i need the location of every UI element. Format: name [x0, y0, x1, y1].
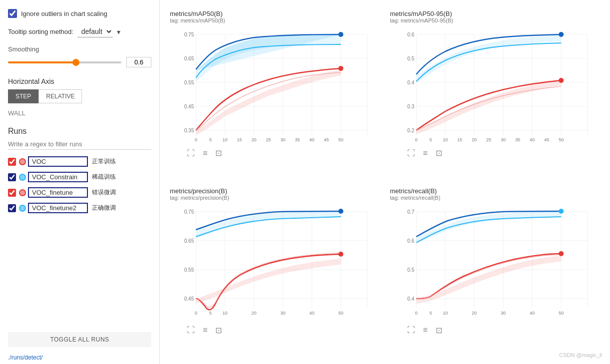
run-checkbox-voc-finetune[interactable]	[8, 189, 16, 197]
svg-text:10: 10	[222, 137, 227, 142]
svg-text:0.3: 0.3	[407, 104, 414, 109]
run-color-dot-voc-finetune	[19, 189, 26, 196]
chart-actions-map50: ⛶ ≡ ⊡	[170, 147, 380, 159]
svg-point-29	[338, 66, 343, 71]
tooltip-dropdown-icon: ▾	[117, 28, 120, 36]
wall-label: WALL	[8, 109, 25, 117]
expand-icon[interactable]: ⛶	[185, 147, 197, 159]
chart-panel-map50: metrics/mAP50(B) tag: metrics/mAP50(B) 0…	[165, 5, 385, 182]
svg-text:50: 50	[559, 137, 564, 142]
settings-icon[interactable]: ⊡	[434, 147, 444, 159]
toggle-all-runs-button[interactable]: TOGGLE ALL RUNS	[8, 332, 151, 347]
svg-text:0.6: 0.6	[407, 32, 414, 37]
chart-tag-map50: tag: metrics/mAP50(B)	[170, 17, 380, 23]
chart-actions-map50-95: ⛶ ≡ ⊡	[390, 147, 601, 159]
svg-text:0.75: 0.75	[184, 32, 194, 37]
svg-text:0.55: 0.55	[184, 267, 194, 273]
run-checkbox-voc[interactable]	[8, 158, 16, 166]
list-item[interactable]: VOC_Constrain 稀疏训练	[0, 169, 159, 185]
settings-icon[interactable]: ⊡	[213, 147, 224, 159]
svg-text:50: 50	[559, 311, 564, 316]
axis-btn-step[interactable]: STEP	[8, 89, 38, 103]
expand-icon[interactable]: ⛶	[405, 325, 417, 336]
run-label-voc-finetune2: 正确微调	[92, 204, 116, 212]
svg-point-107	[559, 251, 564, 256]
smoothing-slider-thumb	[72, 59, 79, 66]
h-axis-section: Horizontal Axis STEP RELATIVE	[0, 71, 159, 105]
tooltip-row: Tooltip sorting method: default ▾	[0, 22, 159, 39]
chart-title-recall: metrics/recall(B)	[390, 187, 601, 195]
svg-text:0: 0	[415, 137, 417, 142]
list-item[interactable]: VOC_finetune 错误微调	[0, 185, 159, 200]
expand-icon[interactable]: ⛶	[405, 147, 417, 159]
chart-title-map50-95: metrics/mAP50-95(B)	[390, 10, 601, 17]
watermark: CSDN @magic_ll	[559, 352, 602, 358]
runs-path: ./runs/detect/	[0, 351, 159, 364]
sidebar: Ignore outliers in chart scaling Tooltip…	[0, 0, 160, 364]
data-icon[interactable]: ≡	[201, 325, 209, 336]
chart-svg-map50-95: 0.6 0.5 0.4 0.3 0.2 0	[390, 25, 601, 145]
svg-text:30: 30	[280, 311, 285, 316]
expand-icon[interactable]: ⛶	[185, 325, 197, 336]
runs-filter-input[interactable]	[8, 139, 151, 150]
main-content: metrics/mAP50(B) tag: metrics/mAP50(B) 0…	[160, 0, 610, 364]
tooltip-select[interactable]: default	[77, 26, 113, 37]
run-label-voc: 正常训练	[92, 157, 116, 166]
svg-text:0: 0	[195, 137, 197, 142]
svg-text:0.35: 0.35	[184, 128, 194, 133]
svg-text:35: 35	[515, 137, 520, 142]
svg-text:20: 20	[251, 311, 256, 316]
run-checkbox-voc-constraint[interactable]	[8, 173, 16, 181]
runs-title: Runs	[8, 127, 151, 136]
svg-text:0.5: 0.5	[407, 56, 414, 61]
ignore-outliers-checkbox[interactable]	[8, 9, 17, 18]
svg-text:0: 0	[195, 311, 197, 316]
svg-text:10: 10	[222, 311, 227, 316]
smoothing-input[interactable]	[126, 57, 151, 67]
svg-text:40: 40	[530, 311, 535, 316]
list-item[interactable]: VOC_finetune2 正确微调	[0, 200, 159, 216]
svg-text:20: 20	[472, 137, 477, 142]
svg-text:0.6: 0.6	[407, 238, 414, 244]
svg-point-28	[338, 32, 343, 37]
h-axis-title: Horizontal Axis	[8, 77, 151, 85]
run-color-dot-voc-finetune2	[19, 205, 26, 212]
chart-svg-map50: 0.75 0.65 0.55 0.45 0.35	[170, 25, 380, 145]
smoothing-slider-track[interactable]	[8, 61, 121, 63]
wall-section: WALL	[0, 105, 159, 121]
run-checkbox-voc-finetune2[interactable]	[8, 204, 16, 212]
svg-text:0.45: 0.45	[184, 296, 194, 302]
svg-text:30: 30	[501, 311, 506, 316]
run-color-dot-voc-constraint	[19, 174, 26, 181]
svg-point-83	[338, 252, 343, 257]
svg-text:45: 45	[544, 137, 549, 142]
list-item[interactable]: VOC 正常训练	[0, 154, 159, 169]
svg-text:20: 20	[472, 311, 477, 316]
run-label-voc-constraint: 稀疏训练	[92, 173, 116, 181]
chart-actions-precision: ⛶ ≡ ⊡	[170, 325, 380, 336]
settings-icon[interactable]: ⊡	[213, 325, 224, 336]
svg-text:5: 5	[209, 311, 212, 316]
chart-panel-precision: metrics/precision(B) tag: metrics/precis…	[165, 182, 385, 360]
svg-text:45: 45	[324, 137, 329, 142]
svg-text:15: 15	[237, 137, 242, 142]
settings-icon[interactable]: ⊡	[434, 325, 444, 336]
chart-actions-recall: ⛶ ≡ ⊡	[390, 325, 601, 336]
data-icon[interactable]: ≡	[421, 147, 430, 159]
run-name-voc-constraint: VOC_Constrain	[28, 172, 88, 182]
svg-text:0.7: 0.7	[407, 209, 414, 215]
data-icon[interactable]: ≡	[201, 147, 209, 159]
svg-text:0.75: 0.75	[184, 209, 194, 215]
chart-tag-map50-95: tag: metrics/mAP50-95(B)	[390, 17, 601, 23]
svg-text:5: 5	[209, 137, 212, 142]
axis-btn-relative[interactable]: RELATIVE	[38, 89, 82, 103]
data-icon[interactable]: ≡	[421, 325, 430, 336]
svg-text:10: 10	[443, 311, 448, 316]
chart-title-map50: metrics/mAP50(B)	[170, 10, 380, 17]
chart-panel-map50-95: metrics/mAP50-95(B) tag: metrics/mAP50-9…	[385, 5, 606, 182]
svg-point-82	[338, 209, 343, 214]
svg-text:50: 50	[338, 311, 343, 316]
svg-text:0: 0	[415, 311, 417, 316]
svg-text:0.65: 0.65	[184, 238, 194, 244]
svg-text:40: 40	[530, 137, 535, 142]
